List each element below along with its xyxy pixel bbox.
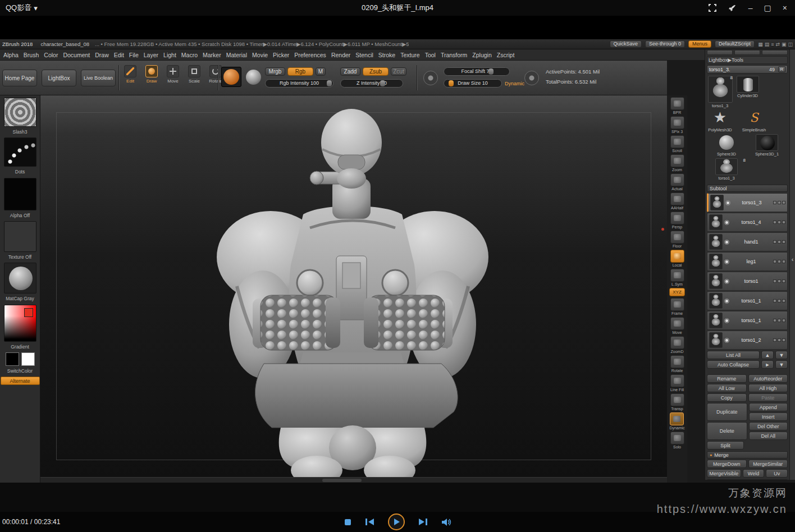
volume-button[interactable] xyxy=(441,518,451,526)
all-high-button[interactable]: All High xyxy=(748,384,788,392)
menu-item[interactable]: Alpha xyxy=(3,52,19,58)
tool-thumbnail[interactable] xyxy=(715,158,738,175)
zsub-button[interactable]: Zsub xyxy=(363,67,389,76)
right-shelf-button[interactable]: Transp xyxy=(670,393,684,411)
right-shelf-button[interactable]: L.Sym xyxy=(670,269,684,286)
del-other-button[interactable]: Del Other xyxy=(749,422,788,430)
right-shelf-button[interactable]: BPR xyxy=(670,97,684,114)
switch-color[interactable] xyxy=(6,352,35,366)
subtool-row-icons[interactable] xyxy=(773,338,785,342)
lightbox-tools-row[interactable]: Lightbox▶Tools xyxy=(707,56,788,64)
tool-item[interactable]: Cylinder3D xyxy=(735,76,760,98)
stroke-preview-icon[interactable] xyxy=(423,71,438,85)
subtool-row[interactable]: leg1 xyxy=(707,252,788,271)
menu-item[interactable]: Transform xyxy=(441,52,467,58)
mode-button[interactable]: Draw xyxy=(143,65,161,84)
subtool-thumbnail[interactable] xyxy=(709,293,723,309)
right-shelf-button[interactable]: Frame xyxy=(670,298,684,315)
right-shelf-button[interactable]: Move xyxy=(670,317,684,334)
titlebar-icon-cluster[interactable]: ▦▤≡⇄▣◫ xyxy=(758,42,793,47)
collapse-down-icon[interactable]: ▼ xyxy=(775,360,788,369)
panel-scrollbar[interactable]: ‹ xyxy=(789,49,795,480)
tool-item[interactable]: Sphere3D xyxy=(707,134,746,157)
previous-button[interactable] xyxy=(365,518,374,526)
visibility-eye-icon[interactable] xyxy=(724,299,729,304)
subtool-row[interactable]: torso1_2 xyxy=(707,331,788,350)
hscroll-handle[interactable] xyxy=(322,479,362,482)
visibility-eye-icon[interactable] xyxy=(724,220,729,225)
menu-item[interactable]: Movie xyxy=(252,52,268,58)
visibility-eye-icon[interactable] xyxy=(724,259,729,264)
mode-button[interactable]: Scale xyxy=(185,65,203,84)
titlebar-icon[interactable]: ▦ xyxy=(758,42,763,47)
right-shelf-button[interactable]: AAHalf xyxy=(670,192,684,210)
app-menu-button[interactable]: QQ影音 ▾ xyxy=(0,3,38,13)
menu-item[interactable]: Brush xyxy=(24,52,39,58)
subtool-thumbnail[interactable] xyxy=(709,214,723,230)
zcut-button[interactable]: Zcut xyxy=(391,67,406,76)
sculpt-canvas[interactable] xyxy=(40,95,667,477)
merge-section-header[interactable]: ● Merge xyxy=(707,451,788,458)
tool-thumbnail[interactable] xyxy=(708,76,733,103)
duplicate-button[interactable]: Duplicate xyxy=(707,403,747,421)
z-intensity-slider[interactable]: Z Intensity 70 xyxy=(340,79,403,88)
subtool-row-icons[interactable] xyxy=(773,319,785,322)
quicksave-button[interactable]: QuickSave xyxy=(610,40,642,48)
see-through-slider[interactable]: See-through 0 xyxy=(645,40,685,48)
right-shelf-button[interactable]: Zoom xyxy=(670,154,684,172)
menu-item[interactable]: Picker xyxy=(273,52,289,58)
subtool-header[interactable]: Subtool xyxy=(707,185,788,192)
current-brush-thumbnail[interactable] xyxy=(221,67,241,87)
subtool-thumbnail[interactable] xyxy=(709,234,723,250)
mode-button[interactable]: Move xyxy=(164,65,182,84)
rename-button[interactable]: Rename xyxy=(707,374,747,383)
menu-item[interactable]: Zscript xyxy=(497,52,515,58)
tool-thumbnail[interactable] xyxy=(743,110,765,127)
right-shelf-button[interactable]: Floor xyxy=(670,231,684,248)
menu-item[interactable]: Marker xyxy=(203,52,221,58)
move-down-button[interactable]: ▼ xyxy=(775,351,788,359)
right-shelf-button[interactable]: Persp xyxy=(670,212,684,229)
alternate-button[interactable]: Alternate xyxy=(1,377,40,385)
collapse-right-icon[interactable]: ► xyxy=(761,360,774,369)
tray-stub-buttons[interactable] xyxy=(707,50,788,55)
rgb-button[interactable]: Rgb xyxy=(287,67,313,76)
autoreorder-button[interactable]: AutoReorder xyxy=(748,374,788,383)
move-up-button[interactable]: ▲ xyxy=(761,351,774,359)
titlebar-icon[interactable]: ≡ xyxy=(771,42,774,47)
default-zscript-button[interactable]: DefaultZScript xyxy=(715,40,755,48)
lightbox-button[interactable]: LightBox xyxy=(42,70,76,86)
secondary-color-swatch[interactable] xyxy=(21,352,35,366)
live-boolean-button[interactable]: Live Boolean xyxy=(81,70,116,86)
right-shelf-button[interactable]: Scroll xyxy=(670,135,684,153)
material-selector[interactable] xyxy=(4,263,36,293)
menu-item[interactable]: Edit xyxy=(114,52,124,58)
color-picker[interactable] xyxy=(4,305,36,342)
append-button[interactable]: Append xyxy=(749,403,788,411)
minimize-button[interactable]: – xyxy=(748,4,753,12)
subtool-row[interactable]: torso1_3 xyxy=(707,193,788,212)
next-button[interactable] xyxy=(418,518,428,526)
right-shelf-button[interactable]: SPix 3 xyxy=(670,116,684,134)
visibility-eye-icon[interactable] xyxy=(724,338,729,343)
subtool-thumbnail[interactable] xyxy=(709,273,723,289)
visibility-eye-icon[interactable] xyxy=(725,200,730,205)
merge-similar-button[interactable]: MergeSimilar xyxy=(748,460,788,468)
tool-item[interactable]: SimpleBrush xyxy=(735,110,773,132)
split-button[interactable]: Split xyxy=(707,441,744,450)
stop-button[interactable] xyxy=(344,519,351,526)
menu-item[interactable]: Texture xyxy=(400,52,419,58)
screenshot-icon[interactable] xyxy=(708,3,717,12)
plugin-rocket-icon[interactable] xyxy=(728,3,737,12)
menu-item[interactable]: Document xyxy=(63,52,90,58)
canvas-hscrollbar[interactable] xyxy=(40,477,667,483)
brush-selector[interactable] xyxy=(4,98,36,127)
main-color-swatch[interactable] xyxy=(6,352,19,366)
merge-down-button[interactable]: MergeDown xyxy=(707,460,747,468)
texture-selector[interactable] xyxy=(4,221,36,252)
list-all-button[interactable]: List All xyxy=(707,351,760,359)
right-shelf-button[interactable]: XYZ xyxy=(669,288,685,296)
menus-button[interactable]: Menus xyxy=(688,40,711,48)
right-shelf-button[interactable]: Line Fill xyxy=(670,374,684,392)
tool-item[interactable]: PolyMesh3D xyxy=(707,110,733,132)
